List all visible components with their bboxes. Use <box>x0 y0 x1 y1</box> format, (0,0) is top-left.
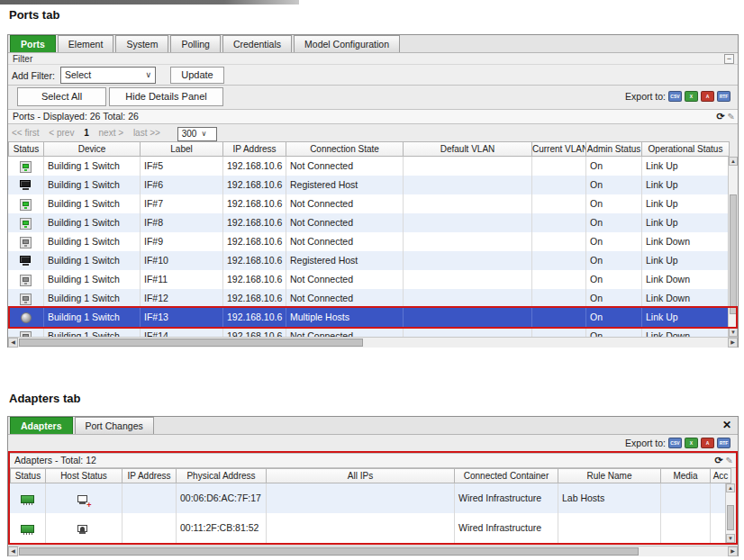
export-rtf-icon[interactable]: RTF <box>717 91 730 102</box>
scroll-down-icon[interactable]: ▼ <box>729 328 738 337</box>
col-status[interactable]: Status <box>8 141 44 157</box>
export-excel-icon[interactable]: X <box>685 438 698 448</box>
export-rtf-icon[interactable]: RTF <box>717 438 730 448</box>
table-row[interactable]: Building 1 SwitchIF#12192.168.10.6Not Co… <box>8 289 730 308</box>
cell-label: IF#12 <box>141 289 223 308</box>
table-row[interactable]: Building 1 SwitchIF#14192.168.10.6Not Co… <box>8 327 730 337</box>
col-current-vlan[interactable]: Current VLAN <box>532 141 586 157</box>
table-row[interactable]: Building 1 SwitchIF#11192.168.10.6Not Co… <box>8 270 730 289</box>
col-device[interactable]: Device <box>44 141 141 157</box>
table-row[interactable]: Building 1 SwitchIF#8192.168.10.6Not Con… <box>8 213 730 232</box>
tab-credentials[interactable]: Credentials <box>222 35 292 52</box>
tab-model-configuration[interactable]: Model Configuration <box>294 35 400 52</box>
add-filter-select-value: Select <box>65 69 91 80</box>
cell-operational-status: Link Down <box>642 289 730 308</box>
tab-system[interactable]: System <box>115 35 168 52</box>
tab-element[interactable]: Element <box>58 35 114 52</box>
port-icon <box>20 294 32 305</box>
table-row[interactable]: Building 1 SwitchIF#5192.168.10.6Not Con… <box>8 157 730 176</box>
cell-device: Building 1 Switch <box>44 308 141 327</box>
port-connected-icon <box>20 199 32 211</box>
update-button[interactable]: Update <box>170 67 224 84</box>
cell-status <box>8 308 44 327</box>
col-default-vlan[interactable]: Default VLAN <box>404 141 532 157</box>
col-admin-status[interactable]: Admin Status <box>586 141 642 157</box>
export-csv-icon[interactable]: CSV <box>668 91 682 102</box>
pager-prev[interactable]: < prev <box>49 128 74 138</box>
scroll-right-icon[interactable]: ▶ <box>728 338 738 348</box>
edit-columns-icon[interactable]: ✎ <box>726 454 733 467</box>
edit-columns-icon[interactable]: ✎ <box>728 110 735 123</box>
export-to-label: Export to: <box>625 91 666 102</box>
col-physical-address[interactable]: Physical Address <box>177 468 267 483</box>
adapters-horizontal-scrollbar[interactable]: ◀ ▶ <box>8 546 738 556</box>
export-excel-icon[interactable]: X <box>685 91 698 102</box>
vertical-scroll-thumb[interactable] <box>727 505 734 530</box>
pager-last[interactable]: last >> <box>133 128 160 138</box>
adapters-table-tools: ⟳ ✎ <box>714 454 733 467</box>
export-pdf-icon[interactable]: A <box>701 438 714 448</box>
cell-device: Building 1 Switch <box>44 176 141 194</box>
col-operational-status[interactable]: Operational Status <box>642 141 730 157</box>
col-acc[interactable]: Acc <box>711 468 731 483</box>
table-row[interactable]: Building 1 SwitchIF#7192.168.10.6Not Con… <box>8 194 730 213</box>
horizontal-scroll-thumb[interactable] <box>19 339 363 347</box>
horizontal-scroll-thumb[interactable] <box>19 547 639 555</box>
col-ip-address[interactable]: IP Address <box>122 468 177 483</box>
hide-details-panel-button[interactable]: Hide Details Panel <box>109 87 223 106</box>
cell-label: IF#14 <box>141 327 223 337</box>
table-row[interactable]: Building 1 SwitchIF#9192.168.10.6Not Con… <box>8 232 730 251</box>
col-all-ips[interactable]: All IPs <box>267 468 455 483</box>
cell-rule-name <box>558 513 661 543</box>
export-pdf-icon[interactable]: A <box>701 91 714 102</box>
adapters-vertical-scrollbar[interactable]: ▲ ▼ <box>725 483 735 543</box>
ports-vertical-scrollbar[interactable]: ▲ ▼ <box>728 157 738 337</box>
scroll-down-icon[interactable]: ▼ <box>726 534 735 543</box>
cell-admin-status: On <box>586 157 642 176</box>
refresh-icon[interactable]: ⟳ <box>714 454 722 467</box>
col-ip-address[interactable]: IP Address <box>223 141 286 157</box>
host-user-icon <box>77 523 92 535</box>
table-row[interactable]: Building 1 SwitchIF#10192.168.10.6Regist… <box>8 251 730 270</box>
page-size-select[interactable]: 300 ∨ <box>177 127 218 141</box>
scroll-left-icon[interactable]: ◀ <box>8 546 18 556</box>
refresh-icon[interactable]: ⟳ <box>716 110 724 123</box>
registered-host-icon <box>20 256 32 266</box>
tab-adapters[interactable]: Adapters <box>10 417 73 434</box>
table-row[interactable]: Building 1 SwitchIF#6192.168.10.6Registe… <box>8 176 730 194</box>
cell-connection-state: Multiple Hosts <box>286 308 404 327</box>
cell-device: Building 1 Switch <box>44 289 141 308</box>
cell-default-vlan <box>404 176 532 194</box>
collapse-filter-button[interactable]: − <box>724 54 734 64</box>
pager-next[interactable]: next > <box>99 128 124 138</box>
col-host-status[interactable]: Host Status <box>46 468 122 483</box>
col-connected-container[interactable]: Connected Container <box>455 468 558 483</box>
vertical-scroll-thumb[interactable] <box>730 194 737 314</box>
col-label[interactable]: Label <box>141 141 223 157</box>
close-icon[interactable]: ✕ <box>722 420 731 430</box>
scroll-up-icon[interactable]: ▲ <box>726 483 735 492</box>
ports-horizontal-scrollbar[interactable]: ◀ ▶ <box>8 337 738 348</box>
tab-ports[interactable]: Ports <box>10 35 56 52</box>
tab-port-changes[interactable]: Port Changes <box>75 417 154 434</box>
cell-admin-status: On <box>586 213 642 232</box>
cell-current-vlan <box>532 157 586 176</box>
export-csv-icon[interactable]: CSV <box>668 438 682 448</box>
cell-ip-address: 192.168.10.6 <box>223 308 286 327</box>
add-filter-select[interactable]: Select ∨ <box>60 67 156 84</box>
col-rule-name[interactable]: Rule Name <box>558 468 661 483</box>
cell-connected-container: Wired Infrastructure <box>455 513 558 543</box>
scroll-right-icon[interactable]: ▶ <box>728 546 738 556</box>
select-all-button[interactable]: Select All <box>17 87 106 106</box>
tab-polling[interactable]: Polling <box>170 35 221 52</box>
col-connection-state[interactable]: Connection State <box>286 141 404 157</box>
filter-label: Filter <box>13 54 32 64</box>
table-row[interactable]: +00:06:D6:AC:7F:17Wired InfrastructureLa… <box>10 483 731 513</box>
table-row[interactable]: 00:11:2F:CB:81:52Wired Infrastructure <box>10 513 731 543</box>
table-row[interactable]: Building 1 SwitchIF#13192.168.10.6Multip… <box>8 308 730 327</box>
col-media[interactable]: Media <box>661 468 711 483</box>
col-status[interactable]: Status <box>10 468 46 483</box>
scroll-up-icon[interactable]: ▲ <box>729 157 738 166</box>
pager-first[interactable]: << first <box>12 128 40 138</box>
scroll-left-icon[interactable]: ◀ <box>8 338 18 348</box>
